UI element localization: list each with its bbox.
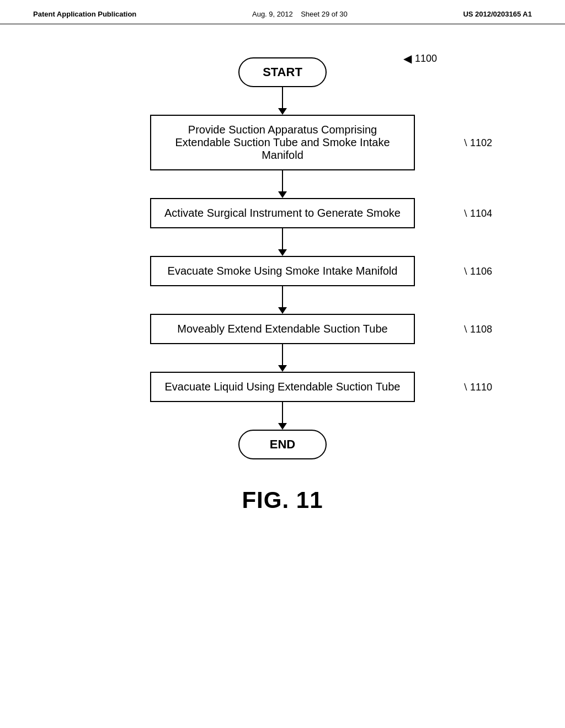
step-1104-number: 1104 (470, 207, 492, 219)
header-date: Aug. 9, 2012 (252, 10, 293, 18)
arrow-head-5 (278, 365, 287, 372)
step-1104-ref: ∖ 1104 (462, 207, 492, 219)
step-1106-number: 1106 (470, 265, 492, 277)
arrow-5 (278, 344, 287, 372)
page-header: Patent Application Publication Aug. 9, 2… (0, 0, 565, 24)
start-node: START (238, 57, 327, 87)
arrow-head-3 (278, 249, 287, 256)
step-1108-tick: ∖ (462, 324, 468, 334)
step-1108-wrapper: Moveably Extend Extendable Suction Tube … (117, 314, 448, 344)
step-1102-text: Provide Suction Apparatus Comprising Ext… (175, 124, 390, 161)
arrow-line-4 (282, 286, 283, 307)
arrow-1 (278, 87, 287, 115)
arrow-head-6 (278, 423, 287, 430)
header-center: Aug. 9, 2012 Sheet 29 of 30 (252, 10, 348, 18)
arrow-line-6 (282, 402, 283, 423)
step-1110-text: Evacuate Liquid Using Extendable Suction… (165, 381, 401, 393)
end-node-wrapper: END (117, 430, 448, 459)
arrow-head-4 (278, 307, 287, 314)
step-1110-box: Evacuate Liquid Using Extendable Suction… (150, 372, 415, 402)
step-1104-tick: ∖ (462, 208, 468, 218)
start-node-wrapper: START (117, 57, 448, 87)
header-patent-number: US 2012/0203165 A1 (463, 10, 532, 18)
step-1102-wrapper: Provide Suction Apparatus Comprising Ext… (117, 115, 448, 170)
arrow-head-1 (278, 108, 287, 115)
step-1106-wrapper: Evacuate Smoke Using Smoke Intake Manifo… (117, 256, 448, 286)
figure-label: FIG. 11 (242, 487, 323, 513)
arrow-line-2 (282, 170, 283, 191)
step-1104-text: Activate Surgical Instrument to Generate… (164, 207, 401, 219)
step-1102-tick: ∖ (462, 137, 468, 148)
step-1104-wrapper: Activate Surgical Instrument to Generate… (117, 198, 448, 228)
step-1110-wrapper: Evacuate Liquid Using Extendable Suction… (117, 372, 448, 402)
step-1110-ref: ∖ 1110 (462, 381, 492, 393)
end-node: END (238, 430, 327, 459)
step-1104-box: Activate Surgical Instrument to Generate… (150, 198, 415, 228)
arrow-2 (278, 170, 287, 198)
step-1102-number: 1102 (470, 137, 492, 148)
header-sheet: Sheet 29 of 30 (301, 10, 348, 18)
arrow-6 (278, 402, 287, 430)
step-1110-number: 1110 (470, 381, 492, 393)
arrow-line-1 (282, 87, 283, 108)
step-1106-box: Evacuate Smoke Using Smoke Intake Manifo… (150, 256, 415, 286)
main-content: ◀ 1100 START Provide Suction Apparatus C… (0, 24, 565, 530)
step-1108-text: Moveably Extend Extendable Suction Tube (177, 323, 387, 335)
arrow-head-2 (278, 191, 287, 198)
flowchart-diagram: ◀ 1100 START Provide Suction Apparatus C… (89, 46, 476, 459)
step-1106-ref: ∖ 1106 (462, 265, 492, 277)
step-1102-ref: ∖ 1102 (462, 137, 492, 148)
step-1102-box: Provide Suction Apparatus Comprising Ext… (150, 115, 415, 170)
header-publication-label: Patent Application Publication (33, 10, 136, 18)
step-1108-ref: ∖ 1108 (462, 323, 492, 335)
step-1108-box: Moveably Extend Extendable Suction Tube (150, 314, 415, 344)
step-1110-tick: ∖ (462, 382, 468, 392)
arrow-line-5 (282, 344, 283, 365)
step-1106-text: Evacuate Smoke Using Smoke Intake Manifo… (168, 265, 398, 277)
arrow-line-3 (282, 228, 283, 249)
arrow-3 (278, 228, 287, 256)
step-1108-number: 1108 (470, 323, 492, 335)
step-1106-tick: ∖ (462, 266, 468, 276)
arrow-4 (278, 286, 287, 314)
